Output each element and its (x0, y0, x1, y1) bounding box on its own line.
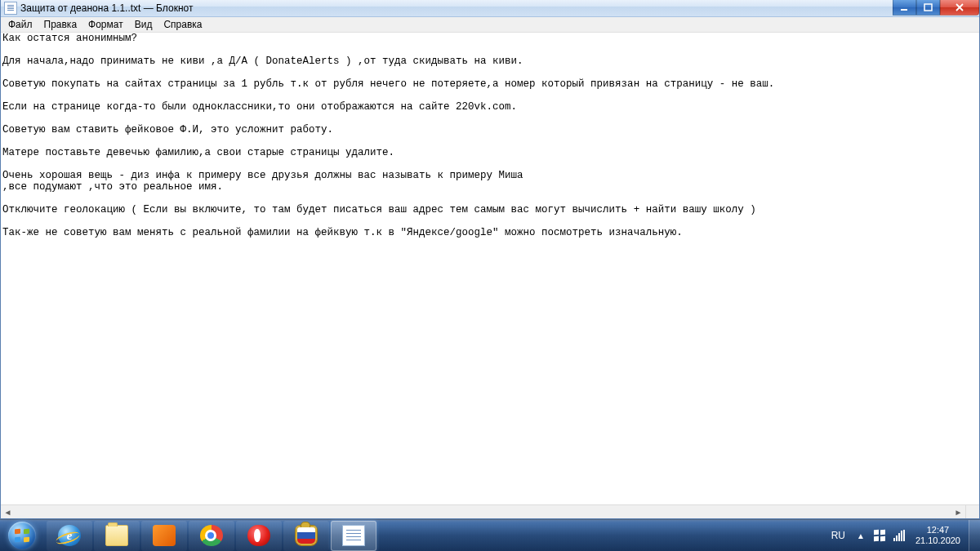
horizontal-scrollbar[interactable]: ◄ ► (1, 504, 965, 518)
titlebar[interactable]: Защита от деанона 1.1..txt — Блокнот (1, 0, 979, 17)
scroll-corner (965, 504, 979, 518)
taskbar-opera[interactable] (236, 521, 282, 551)
notepad-icon (342, 525, 365, 546)
minimize-icon (900, 3, 910, 11)
notepad-window: Защита от деанона 1.1..txt — Блокнот Фай… (0, 0, 980, 519)
notepad-file-icon (4, 2, 17, 15)
taskbar-internet-explorer[interactable] (47, 521, 92, 551)
ie-icon (58, 525, 81, 546)
taskbar-app-russia[interactable] (283, 521, 329, 551)
menu-help[interactable]: Справка (158, 18, 207, 31)
scroll-left-button[interactable]: ◄ (1, 506, 15, 518)
folder-icon (105, 525, 128, 546)
scroll-right-button[interactable]: ► (951, 506, 965, 518)
close-icon (955, 3, 964, 11)
maximize-icon (924, 3, 933, 11)
desktop: Защита от деанона 1.1..txt — Блокнот Фай… (0, 0, 980, 551)
taskbar-notepad[interactable] (331, 521, 376, 551)
show-desktop-button[interactable] (969, 520, 980, 552)
menu-edit[interactable]: Правка (38, 18, 83, 31)
clock[interactable]: 12:47 21.10.2020 (909, 523, 969, 548)
menubar: Файл Правка Формат Вид Справка (1, 17, 979, 33)
signal-bars-icon (893, 530, 905, 541)
minimize-button[interactable] (893, 0, 916, 16)
chrome-icon (200, 525, 223, 546)
flag-icon (874, 530, 885, 541)
window-title: Защита от деанона 1.1..txt — Блокнот (20, 2, 979, 14)
windows-logo-icon (8, 522, 36, 549)
media-player-icon (153, 525, 176, 546)
menu-view[interactable]: Вид (129, 18, 158, 31)
svg-rect-0 (901, 9, 907, 11)
taskbar-media-player[interactable] (141, 521, 187, 551)
system-tray: RU ▲ 12:47 21.10.2020 (825, 520, 980, 552)
network-icon[interactable] (892, 528, 906, 543)
scroll-track[interactable] (15, 506, 951, 518)
clock-date: 21.10.2020 (915, 535, 960, 546)
opera-icon (247, 525, 270, 546)
maximize-button[interactable] (916, 0, 940, 16)
close-button[interactable] (940, 0, 979, 16)
taskbar: RU ▲ 12:47 21.10.2020 (0, 519, 980, 551)
taskbar-chrome[interactable] (189, 521, 234, 551)
svg-rect-1 (924, 4, 932, 11)
taskbar-pinned-apps (46, 520, 377, 552)
language-indicator[interactable]: RU (825, 530, 852, 541)
document-text[interactable]: Как остатся анонимным? Для начала,надо п… (1, 33, 979, 238)
clock-time: 12:47 (915, 525, 960, 535)
tray-overflow-button[interactable]: ▲ (852, 531, 870, 540)
text-editor[interactable]: Как остатся анонимным? Для начала,надо п… (1, 33, 979, 504)
action-center-icon[interactable] (872, 528, 887, 543)
taskbar-file-explorer[interactable] (94, 521, 140, 551)
matryoshka-icon (295, 525, 318, 546)
menu-file[interactable]: Файл (2, 18, 38, 31)
window-buttons (893, 0, 979, 16)
start-button[interactable] (0, 520, 44, 552)
menu-format[interactable]: Формат (82, 18, 129, 31)
